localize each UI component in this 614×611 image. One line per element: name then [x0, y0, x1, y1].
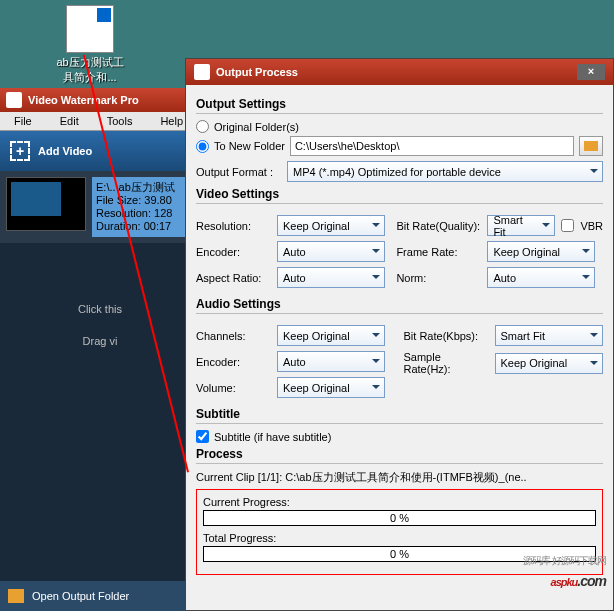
menu-tools[interactable]: Tools	[93, 112, 147, 130]
framerate-label: Frame Rate:	[396, 246, 481, 258]
add-video-label: Add Video	[38, 145, 92, 157]
samplerate-combo[interactable]: Keep Original	[495, 353, 603, 374]
output-format-label: Output Format :	[196, 166, 281, 178]
folder-icon	[8, 589, 24, 603]
file-icon	[66, 5, 114, 53]
file-size: File Size: 39.80	[96, 194, 190, 207]
file-path: E:\..\ab压力测试	[96, 181, 190, 194]
norm-label: Norm:	[396, 272, 481, 284]
subtitle-label: Subtitle (if have subtitle)	[214, 431, 331, 443]
watermark-sub: 源码库 好源码下载网	[523, 554, 606, 568]
dialog-logo-icon	[194, 64, 210, 80]
dialog-titlebar: Output Process ×	[186, 59, 613, 85]
current-clip-text: Current Clip [1/1]: C:\ab压力测试工具简介和使用-(IT…	[196, 470, 603, 485]
abitrate-label: Bit Rate(Kbps):	[404, 330, 489, 342]
norm-combo[interactable]: Auto	[487, 267, 595, 288]
output-settings-header: Output Settings	[196, 97, 603, 111]
aencoder-combo[interactable]: Auto	[277, 351, 385, 372]
resolution-label: Resolution:	[196, 220, 271, 232]
browse-folder-button[interactable]	[579, 136, 603, 156]
aspect-label: Aspect Ratio:	[196, 272, 271, 284]
process-header: Process	[196, 447, 603, 461]
aencoder-label: Encoder:	[196, 356, 271, 368]
current-progress-bar: 0 %	[203, 510, 596, 526]
file-resolution: Resolution: 128	[96, 207, 190, 220]
plus-icon: +	[10, 141, 30, 161]
current-progress-label: Current Progress:	[203, 496, 596, 508]
total-progress-label: Total Progress:	[203, 532, 596, 544]
page-watermark: 源码库 好源码下载网 aspku.com	[551, 562, 606, 593]
main-app-window: Video Watermark Pro File Edit Tools Help…	[0, 88, 200, 611]
original-folder-radio[interactable]	[196, 120, 209, 133]
video-thumbnail	[6, 177, 86, 231]
channels-label: Channels:	[196, 330, 271, 342]
framerate-combo[interactable]: Keep Original	[487, 241, 595, 262]
output-process-dialog: Output Process × Output Settings Origina…	[185, 58, 614, 611]
subtitle-header: Subtitle	[196, 407, 603, 421]
channels-combo[interactable]: Keep Original	[277, 325, 385, 346]
desktop-file-icon[interactable]: ab压力测试工具简介和...	[55, 5, 125, 85]
vbr-label: VBR	[580, 220, 603, 232]
close-button[interactable]: ×	[577, 64, 605, 80]
dialog-title-text: Output Process	[216, 66, 298, 78]
main-title-text: Video Watermark Pro	[28, 94, 139, 106]
drop-hint-area: Click this Drag vi	[0, 243, 200, 347]
menu-edit[interactable]: Edit	[46, 112, 93, 130]
main-titlebar: Video Watermark Pro	[0, 88, 200, 112]
original-folder-label: Original Folder(s)	[214, 121, 299, 133]
app-logo-icon	[6, 92, 22, 108]
vencoder-combo[interactable]: Auto	[277, 241, 385, 262]
output-format-combo[interactable]: MP4 (*.mp4) Optimized for portable devic…	[287, 161, 603, 182]
vbr-checkbox[interactable]	[561, 219, 574, 232]
folder-path-input[interactable]	[290, 136, 574, 156]
volume-label: Volume:	[196, 382, 271, 394]
file-list-item[interactable]: E:\..\ab压力测试 File Size: 39.80 Resolution…	[0, 171, 200, 243]
resolution-combo[interactable]: Keep Original	[277, 215, 385, 236]
video-settings-header: Video Settings	[196, 187, 603, 201]
add-video-button[interactable]: + Add Video	[0, 131, 200, 171]
vbitrate-label: Bit Rate(Quality):	[396, 220, 481, 232]
file-duration: Duration: 00:17	[96, 220, 190, 233]
abitrate-combo[interactable]: Smart Fit	[495, 325, 603, 346]
new-folder-radio[interactable]	[196, 140, 209, 153]
open-folder-label: Open Output Folder	[32, 590, 129, 602]
file-info: E:\..\ab压力测试 File Size: 39.80 Resolution…	[92, 177, 194, 237]
open-output-folder-button[interactable]: Open Output Folder	[0, 581, 200, 611]
aspect-combo[interactable]: Auto	[277, 267, 385, 288]
vbitrate-combo[interactable]: Smart Fit	[487, 215, 555, 236]
samplerate-label: Sample Rate(Hz):	[404, 351, 489, 375]
menu-file[interactable]: File	[0, 112, 46, 130]
hint-text-1: Click this	[0, 303, 200, 315]
subtitle-checkbox[interactable]	[196, 430, 209, 443]
folder-icon	[584, 141, 598, 151]
volume-combo[interactable]: Keep Original	[277, 377, 385, 398]
audio-settings-header: Audio Settings	[196, 297, 603, 311]
menu-bar: File Edit Tools Help	[0, 112, 200, 131]
vencoder-label: Encoder:	[196, 246, 271, 258]
desktop-icon-label: ab压力测试工具简介和...	[55, 55, 125, 85]
hint-text-2: Drag vi	[0, 335, 200, 347]
new-folder-label: To New Folder	[214, 140, 285, 152]
